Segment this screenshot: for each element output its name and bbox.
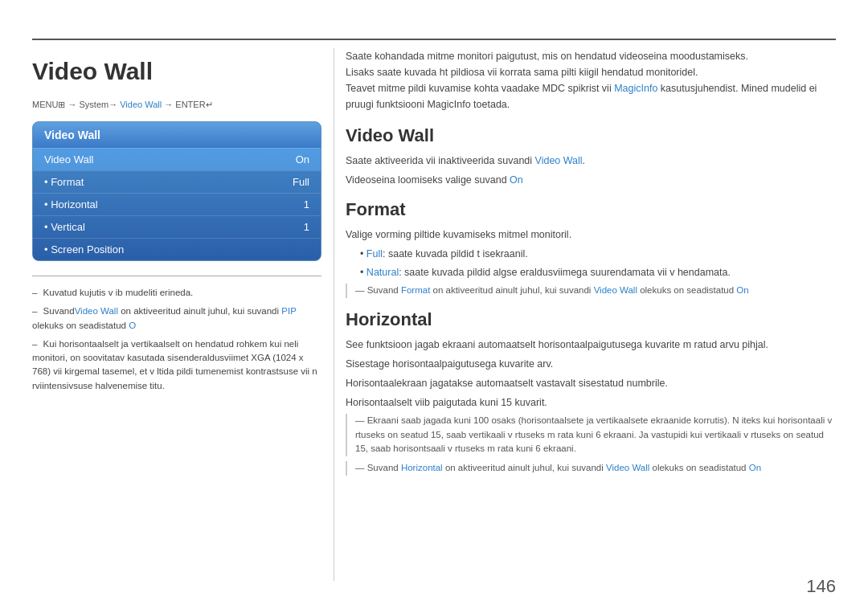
widget-row-3-label: • Vertical xyxy=(44,221,85,233)
video-wall-widget: Video Wall Video Wall On • Format Full •… xyxy=(32,121,321,261)
format-bullet-1: Full: saate kuvada pildid t isekraanil. xyxy=(360,246,836,262)
widget-row-0[interactable]: Video Wall On xyxy=(33,148,321,170)
left-column: Video Wall MENU⊞ → System→ Video Wall → … xyxy=(32,48,321,581)
enter-icon: ↵ xyxy=(206,100,213,109)
horiz-note-1: ― Ekraani saab jagada kuni 100 osaks (ho… xyxy=(346,414,836,456)
section-title-horizontal: Horizontal xyxy=(346,309,836,330)
vw-text-2: Videoseina loomiseks valige suvand On xyxy=(346,172,836,188)
horiz-text-1: See funktsioon jagab ekraani automaatsel… xyxy=(346,337,836,353)
page-title: Video Wall xyxy=(32,58,321,85)
page-number: 146 xyxy=(806,576,836,597)
horiz-text-2: Sisestage horisontaalpaigutusega kuvarit… xyxy=(346,356,836,372)
footnote-1: – Kuvatud kujutis v ib mudeliti erineda. xyxy=(32,286,321,300)
menu-path-middle: → System→ xyxy=(65,100,120,109)
right-column: Saate kohandada mitme monitori paigutust… xyxy=(346,48,836,581)
widget-row-2[interactable]: • Horizontal 1 xyxy=(33,193,321,215)
widget-row-2-label: • Horizontal xyxy=(44,198,98,210)
horiz-note-2: ― Suvand Horizontal on aktiveeritud ainu… xyxy=(346,461,836,476)
widget-row-4[interactable]: • Screen Position xyxy=(33,238,321,260)
intro-line-2: Lisaks saate kuvada ht pildiosa vii korr… xyxy=(346,64,836,80)
format-text-1: Valige vorming piltide kuvamiseks mitmel… xyxy=(346,227,836,243)
widget-row-2-value: 1 xyxy=(304,198,309,210)
footnote-divider xyxy=(32,276,321,276)
intro-line-3: Teavet mitme pildi kuvamise kohta vaadak… xyxy=(346,80,836,112)
horiz-text-4: Horisontaalselt viib paigutada kuni 15 k… xyxy=(346,394,836,411)
footnote-3: – Kui horisontaalselt ja vertikaalselt o… xyxy=(32,337,321,393)
format-note: ― Suvand Format on aktiveeritud ainult j… xyxy=(346,284,836,298)
widget-row-1[interactable]: • Format Full xyxy=(33,170,321,193)
widget-row-1-label: • Format xyxy=(44,176,84,188)
menu-path-start: MENU xyxy=(32,100,58,109)
format-bullet-2: Natural: saate kuvada pildid algse erald… xyxy=(360,264,836,280)
section-title-videowall: Video Wall xyxy=(346,125,836,146)
widget-row-0-value: On xyxy=(296,153,309,166)
footnote-2: – SuvandVideo Wall on aktiveeritud ainul… xyxy=(32,304,321,333)
widget-row-0-label: Video Wall xyxy=(44,153,93,166)
menu-path-end: → ENTER xyxy=(162,100,205,109)
widget-header: Video Wall xyxy=(33,122,321,148)
intro-line-1: Saate kohandada mitme monitori paigutust… xyxy=(346,48,836,64)
widget-row-3-value: 1 xyxy=(304,221,309,233)
horiz-text-3: Horisontaalekraan jagatakse automaatselt… xyxy=(346,375,836,391)
menu-path-highlight: Video Wall xyxy=(120,100,162,109)
widget-row-1-value: Full xyxy=(293,176,309,188)
menu-path: MENU⊞ → System→ Video Wall → ENTER↵ xyxy=(32,100,321,110)
column-divider xyxy=(334,48,334,581)
widget-row-4-label: • Screen Position xyxy=(44,243,124,255)
widget-row-3[interactable]: • Vertical 1 xyxy=(33,215,321,238)
top-divider xyxy=(32,39,836,40)
intro-block: Saate kohandada mitme monitori paigutust… xyxy=(346,48,836,112)
vw-text-1: Saate aktiveerida vii inaktiveerida suva… xyxy=(346,153,836,169)
section-title-format: Format xyxy=(346,199,836,220)
